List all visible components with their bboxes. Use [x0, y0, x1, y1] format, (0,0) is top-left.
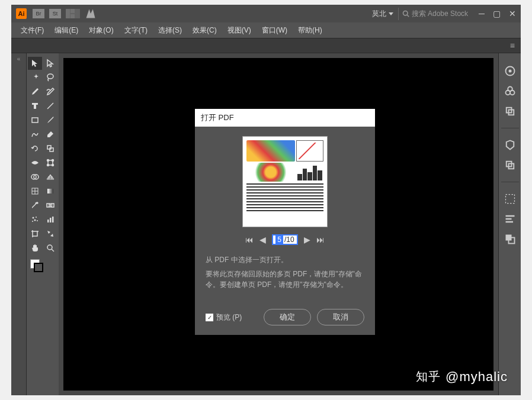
panel-menu-icon[interactable]: ≡: [510, 41, 515, 50]
libraries-panel-icon[interactable]: [504, 85, 516, 97]
shaper-tool[interactable]: [28, 128, 42, 141]
stroke-swatch[interactable]: [34, 263, 43, 272]
preview-label: 预览 (P): [216, 312, 242, 322]
page-number-input[interactable]: 5 /10: [272, 234, 297, 245]
arrange-icon[interactable]: [66, 9, 80, 18]
width-tool[interactable]: [28, 156, 42, 169]
free-transform-tool[interactable]: [43, 156, 57, 169]
search-placeholder: 搜索 Adobe Stock: [412, 9, 468, 19]
ok-button[interactable]: 确定: [264, 309, 311, 325]
prev-page-button[interactable]: ◀: [259, 235, 266, 244]
watermark-user: @myhalic: [446, 369, 508, 385]
type-tool[interactable]: [28, 99, 42, 112]
svg-point-14: [47, 164, 49, 166]
bridge-icon[interactable]: Br: [33, 9, 44, 18]
align-panel-icon[interactable]: [504, 213, 516, 225]
scale-tool[interactable]: [43, 142, 57, 155]
stock-search[interactable]: 搜索 Adobe Stock: [398, 8, 472, 20]
svg-point-28: [37, 220, 38, 221]
pathfinder-panel-icon[interactable]: [504, 233, 516, 245]
svg-line-39: [52, 249, 54, 251]
preview-checkbox[interactable]: ✓ 预览 (P): [206, 312, 258, 322]
menu-window[interactable]: 窗口(W): [257, 24, 292, 37]
dialog-title: 打开 PDF: [195, 109, 375, 127]
svg-rect-2: [70, 9, 75, 13]
svg-point-41: [508, 70, 511, 73]
gradient-tool[interactable]: [43, 185, 57, 198]
rectangle-tool[interactable]: [28, 114, 42, 127]
menu-help[interactable]: 帮助(H): [293, 24, 327, 37]
menu-effect[interactable]: 效果(C): [188, 24, 222, 37]
svg-point-38: [47, 245, 52, 250]
magic-wand-tool[interactable]: [28, 71, 42, 84]
svg-rect-33: [33, 231, 37, 236]
svg-line-5: [407, 15, 409, 17]
lasso-tool[interactable]: [43, 71, 57, 84]
color-picker[interactable]: [28, 257, 57, 275]
brushes-panel-icon[interactable]: [504, 159, 516, 171]
perspective-grid-tool[interactable]: [43, 170, 57, 183]
pen-tool[interactable]: [28, 85, 42, 98]
selection-tool[interactable]: [28, 57, 42, 70]
titlebar: Ai Br St 莫北 搜索 Adobe Stock ─ ▢ ✕: [11, 5, 521, 22]
hand-tool[interactable]: [28, 241, 42, 254]
page-navigator: ⏮ ◀ 5 /10 ▶ ⏭: [206, 234, 364, 245]
svg-point-25: [33, 217, 34, 219]
artboards-panel-icon[interactable]: [504, 105, 516, 117]
maximize-button[interactable]: ▢: [493, 9, 501, 18]
menu-file[interactable]: 文件(F): [16, 24, 49, 37]
column-graph-tool[interactable]: [43, 213, 57, 226]
swatches-panel-icon[interactable]: [504, 139, 516, 151]
menu-type[interactable]: 文字(T): [120, 24, 152, 37]
symbol-sprayer-tool[interactable]: [28, 213, 42, 226]
menu-object[interactable]: 对象(O): [84, 24, 118, 37]
first-page-button[interactable]: ⏮: [245, 235, 254, 244]
paintbrush-tool[interactable]: [43, 114, 57, 127]
menu-view[interactable]: 视图(V): [223, 24, 256, 37]
workspace-switcher[interactable]: 莫北: [372, 9, 393, 19]
window-controls: ─ ▢ ✕: [479, 9, 516, 18]
curvature-tool[interactable]: [43, 85, 57, 98]
control-bar: ≡: [11, 38, 521, 53]
rotate-tool[interactable]: [28, 142, 42, 155]
svg-rect-49: [505, 195, 514, 204]
cancel-button[interactable]: 取消: [317, 309, 364, 325]
toolbar: [27, 53, 59, 395]
blend-tool[interactable]: [43, 199, 57, 212]
sync-icon[interactable]: [85, 8, 97, 20]
app-logo-icon: Ai: [16, 8, 27, 19]
next-page-button[interactable]: ▶: [304, 235, 310, 244]
minimize-button[interactable]: ─: [479, 9, 485, 18]
dialog-instruction: 从 PDF 中选择一页打开。: [206, 254, 364, 265]
svg-rect-30: [47, 220, 49, 222]
svg-rect-21: [47, 189, 53, 193]
eraser-tool[interactable]: [43, 128, 57, 141]
left-dock: «: [11, 53, 27, 395]
app-window: Ai Br St 莫北 搜索 Adobe Stock ─ ▢ ✕ 文件(F) 编…: [11, 5, 521, 395]
svg-rect-32: [52, 217, 54, 222]
direct-selection-tool[interactable]: [43, 57, 57, 70]
artboard-tool[interactable]: [28, 227, 42, 240]
line-tool[interactable]: [43, 99, 57, 112]
svg-point-4: [403, 11, 408, 16]
zoom-tool[interactable]: [43, 241, 57, 254]
color-panel-icon[interactable]: [504, 65, 516, 77]
stock-icon[interactable]: St: [49, 9, 61, 18]
svg-point-29: [32, 221, 33, 222]
svg-rect-24: [49, 204, 52, 207]
shape-builder-tool[interactable]: [28, 170, 42, 183]
svg-point-13: [52, 160, 54, 162]
svg-rect-3: [70, 14, 75, 18]
last-page-button[interactable]: ⏭: [316, 235, 325, 244]
svg-point-26: [36, 217, 37, 218]
eyedropper-tool[interactable]: [28, 199, 42, 212]
open-pdf-dialog: 打开 PDF ⏮ ◀ 5 /10 ▶ ⏭: [195, 109, 375, 335]
mesh-tool[interactable]: [28, 185, 42, 198]
menu-edit[interactable]: 编辑(E): [50, 24, 83, 37]
svg-rect-52: [505, 221, 513, 223]
menu-select[interactable]: 选择(S): [153, 24, 187, 37]
svg-point-12: [47, 160, 49, 162]
transform-panel-icon[interactable]: [504, 193, 516, 205]
close-button[interactable]: ✕: [509, 9, 516, 18]
slice-tool[interactable]: [43, 227, 57, 240]
